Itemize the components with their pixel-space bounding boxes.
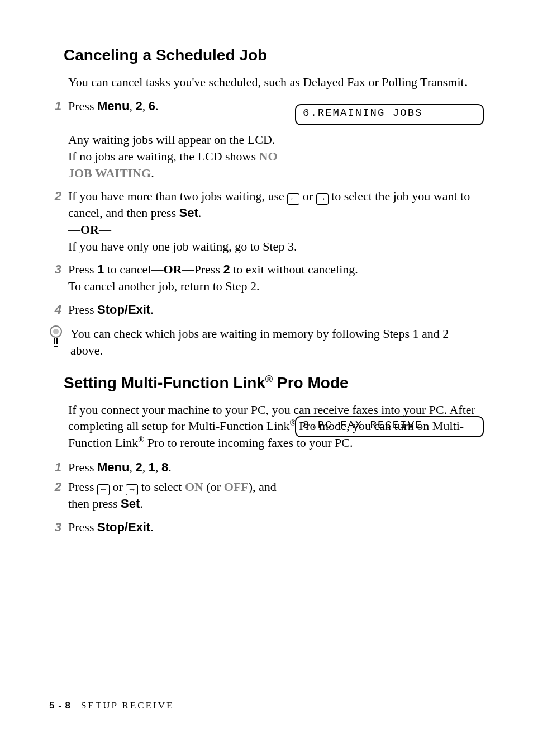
heading-mfl-pro: Setting Multi-Function Link® Pro Mode: [64, 372, 484, 394]
key-2: 2: [135, 460, 142, 474]
s2-step2-body: Press ← or → to select ON (or OFF), and …: [68, 479, 292, 512]
label-off: OFF: [224, 480, 249, 494]
step4-body: Press Stop/Exit.: [68, 301, 484, 318]
page-footer: 5 - 8SETUP RECEIVE: [49, 700, 174, 711]
txt: Press: [68, 262, 97, 276]
txt: to cancel—: [104, 262, 163, 276]
txt: If you have more than two jobs waiting, …: [68, 189, 287, 203]
step-number-4: 4: [49, 301, 61, 318]
sep: ,: [142, 460, 149, 474]
key-2: 2: [223, 262, 230, 276]
label-menu: Menu: [97, 99, 129, 113]
sep: ,: [129, 460, 135, 474]
txt: or: [299, 189, 316, 203]
label-stop-exit: Stop/Exit: [97, 303, 150, 316]
label-or: OR: [164, 262, 182, 276]
dot: .: [198, 206, 202, 220]
heading-part-b: Pro Mode: [273, 374, 348, 391]
label-stop-exit: Stop/Exit: [97, 520, 150, 534]
dot: .: [155, 99, 159, 113]
txt: Pro to reroute incoming faxes to your PC…: [144, 436, 353, 450]
txt: Press: [68, 520, 97, 534]
dash: —: [99, 223, 111, 237]
registered-mark: ®: [138, 435, 144, 444]
step-number-3: 3: [49, 519, 61, 536]
svg-point-1: [53, 329, 59, 334]
key-1: 1: [149, 460, 155, 474]
txt: Press: [68, 303, 97, 316]
step-number-2: 2: [49, 479, 61, 495]
intro-cancel-job: You can cancel tasks you've scheduled, s…: [68, 74, 484, 91]
step2-body: If you have more than two jobs waiting, …: [68, 188, 484, 254]
step-number-2: 2: [49, 188, 61, 205]
lcd-remaining-jobs: 6.REMAINING JOBS: [295, 104, 484, 125]
step3-body: Press 1 to cancel—OR—Press 2 to exit wit…: [68, 261, 484, 294]
txt: Press: [68, 99, 97, 113]
lcd-pc-fax-receive: 8.PC FAX RECEIVE: [295, 416, 484, 437]
step-number-1: 1: [49, 459, 61, 476]
txt: To cancel another job, return to Step 2.: [68, 279, 259, 293]
txt: —Press: [182, 262, 223, 276]
label-set: Set: [121, 497, 140, 511]
dot: .: [140, 497, 143, 511]
page-number: 5 - 8: [49, 700, 71, 711]
txt: (or: [203, 480, 224, 494]
heading-cancel-job: Canceling a Scheduled Job: [64, 45, 484, 66]
s2-step3-body: Press Stop/Exit.: [68, 519, 484, 536]
dot: .: [168, 460, 172, 474]
dot: .: [150, 520, 154, 534]
note-a: Any waiting jobs will appear on the LCD.…: [68, 133, 275, 163]
txt: Press: [68, 460, 97, 474]
arrow-left-icon: ←: [97, 484, 110, 495]
sep: ,: [129, 99, 135, 113]
arrow-right-icon: →: [126, 484, 138, 495]
tip-text: You can check which jobs are waiting in …: [70, 325, 484, 358]
label-set: Set: [179, 206, 198, 220]
txt: to select: [138, 480, 185, 494]
txt: Press: [68, 480, 97, 494]
s2-step1-body: Press Menu, 2, 1, 8.: [68, 459, 484, 476]
lightbulb-icon: [49, 325, 63, 348]
txt: to exit without canceling.: [230, 262, 358, 276]
label-or: OR: [80, 223, 99, 237]
key-8: 8: [161, 460, 168, 474]
chapter-name: SETUP RECEIVE: [81, 700, 174, 711]
dot: .: [150, 303, 154, 316]
key-2: 2: [135, 99, 142, 113]
note-c: .: [151, 166, 154, 180]
label-menu: Menu: [97, 460, 129, 474]
dash: —: [68, 223, 80, 237]
step-number-1: 1: [49, 98, 61, 115]
txt: If you have only one job waiting, go to …: [68, 239, 297, 253]
key-6: 6: [149, 99, 155, 113]
arrow-left-icon: ←: [287, 193, 299, 205]
sep: ,: [155, 460, 161, 474]
txt: or: [110, 480, 126, 494]
sep: ,: [142, 99, 149, 113]
key-1: 1: [97, 262, 104, 276]
heading-part-a: Setting Multi-Function Link: [64, 374, 265, 391]
registered-mark: ®: [265, 373, 273, 384]
label-on: ON: [185, 480, 203, 494]
step-number-3: 3: [49, 261, 61, 278]
arrow-right-icon: →: [316, 193, 329, 205]
